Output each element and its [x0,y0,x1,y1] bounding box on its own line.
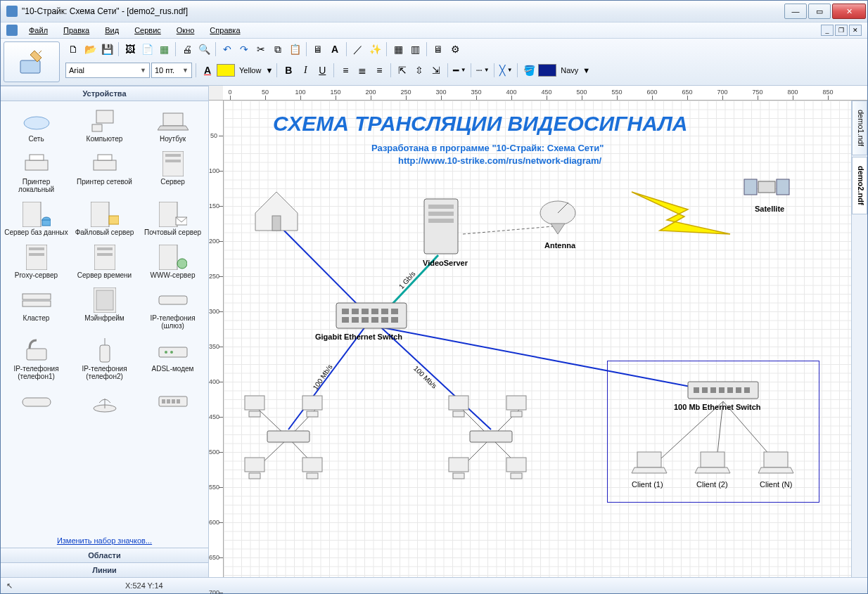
close-button[interactable]: ✕ [832,4,866,19]
print-button[interactable]: 🖨 [179,41,195,57]
device-phone2[interactable]: IP-телефония (телефон2) [70,335,139,386]
add-device-button[interactable]: 🖥 [310,41,326,57]
label-client-n[interactable]: Client (N) [760,480,792,489]
svg-rect-43 [162,399,165,403]
device-cloud[interactable]: Сеть [2,105,70,148]
export-image-button[interactable]: 🖼 [122,41,138,57]
valign-bot-button[interactable]: ⇲ [428,63,444,78]
change-iconset-link[interactable]: Изменить набор значков... [1,534,208,548]
align-right-button[interactable]: ≡ [371,63,387,78]
print-preview-button[interactable]: 🔍 [196,41,212,57]
svg-rect-105 [449,396,468,410]
valign-top-button[interactable]: ⇱ [395,63,410,78]
device-serverf[interactable]: Файловый сервер [70,199,139,242]
label-videoserver[interactable]: VideoServer [423,259,468,267]
align-tool-button[interactable]: ▥ [407,41,423,57]
canvas[interactable]: СХЕМА ТРАНСЛЯЦИИ ВИДЕОСИГНАЛА Разработан… [224,101,851,577]
svg-rect-66 [428,205,454,209]
line-style-button[interactable]: ┈▼ [475,63,490,78]
tab-demo2[interactable]: demo2.ndf [852,157,867,214]
svg-line-1 [39,51,42,53]
underline-button[interactable]: U [314,63,330,78]
label-antenna[interactable]: Antenna [544,241,575,250]
line-width-button[interactable]: ━▼ [452,63,467,78]
toolbar-area: 🗋 📂 💾 🖼 📄 ▦ 🖨 🔍 ↶ ↷ ✂ ⧉ 📋 🖥 A [1,39,867,86]
device-server[interactable]: Сервер времени [70,242,139,285]
paste-button[interactable]: 📋 [287,41,302,57]
align-center-button[interactable]: ≣ [355,63,370,78]
scan-wizard-button[interactable] [4,41,60,82]
italic-button[interactable]: I [298,63,313,78]
menu-view[interactable]: Вид [98,25,126,36]
device-wifi[interactable] [70,386,139,421]
device-phone[interactable]: IP-телефония (телефон1) [2,335,70,386]
label-100mb-switch[interactable]: 100 Mb Ethernet Switch [674,403,760,411]
mdi-close-button[interactable]: ✕ [849,25,862,36]
label-client-1[interactable]: Client (1) [632,480,663,489]
snap-button[interactable]: ▦ [390,41,406,57]
new-button[interactable]: 🗋 [65,41,81,57]
svg-rect-12 [165,160,181,162]
font-color-button[interactable]: A [200,63,215,78]
svg-rect-88 [470,431,512,442]
bold-button[interactable]: B [281,63,296,78]
menu-window[interactable]: Окно [170,25,202,36]
line-tool-button[interactable]: ／ [350,41,366,57]
menu-service[interactable]: Сервис [127,25,168,36]
copy-button[interactable]: ⧉ [270,41,286,57]
mdi-minimize-button[interactable]: _ [821,25,834,36]
valign-mid-button[interactable]: ⇳ [411,63,427,78]
devices-panel-header[interactable]: Устройства [1,86,208,101]
wand-button[interactable]: ✨ [367,41,383,57]
svg-rect-75 [342,309,349,314]
align-left-button[interactable]: ≡ [338,63,353,78]
device-server[interactable]: Сервер [139,148,207,199]
device-server[interactable]: Proxy-сервер [2,242,70,285]
settings-button[interactable]: ⚙ [447,41,463,57]
open-button[interactable]: 📂 [82,41,98,57]
device-router[interactable] [2,386,70,421]
tab-demo1[interactable]: demo1.ndf [852,101,867,155]
statusbar: ↖ X:524 Y:14 [1,577,867,593]
lines-panel-header[interactable]: Линии [1,562,208,577]
label-satellite[interactable]: Satellite [755,205,784,213]
device-serverm[interactable]: Почтовый сервер [139,199,207,242]
line-type-button[interactable]: ╳▼ [498,63,513,78]
cut-button[interactable]: ✂ [253,41,269,57]
device-switch[interactable] [139,386,207,421]
device-mainframe[interactable]: Мэйнфрейм [70,285,139,335]
add-text-button[interactable]: A [327,41,343,57]
svg-rect-32 [159,296,187,304]
device-ipgw[interactable]: IP-телефония (шлюз) [139,285,207,335]
svg-rect-5 [163,113,183,126]
save-button[interactable]: 💾 [99,41,115,57]
undo-button[interactable]: ↶ [219,41,235,57]
line-color-swatch[interactable] [538,64,556,77]
svg-point-37 [165,351,167,354]
device-printer[interactable]: Принтер сетевой [70,148,139,199]
minimize-button[interactable]: — [784,4,807,19]
device-pc[interactable]: Компьютер [70,105,139,148]
menu-help[interactable]: Справка [203,25,247,36]
export-xml-button[interactable]: 📄 [139,41,155,57]
fill-color-swatch[interactable] [217,64,235,77]
font-name-combo[interactable]: Arial▼ [65,63,150,78]
menu-file[interactable]: Файл [22,25,55,36]
paint-button[interactable]: 🪣 [521,63,537,78]
maximize-button[interactable]: ▭ [808,4,831,19]
device-serverw[interactable]: WWW-сервер [139,242,207,285]
device-modem[interactable]: ADSL-модем [139,335,207,386]
export-visio-button[interactable]: ▦ [156,41,172,57]
device-serverdb[interactable]: Сервер баз данных [2,199,70,242]
label-client-2[interactable]: Client (2) [696,480,728,489]
menu-edit[interactable]: Правка [56,25,96,36]
label-gigabit-switch[interactable]: Gigabit Ethernet Switch [315,332,402,341]
inventory-button[interactable]: 🖥 [430,41,446,57]
regions-panel-header[interactable]: Области [1,548,208,562]
device-printer[interactable]: Принтер локальный [2,148,70,199]
device-laptop[interactable]: Ноутбук [139,105,207,148]
redo-button[interactable]: ↷ [236,41,252,57]
font-size-combo[interactable]: 10 пт.▼ [151,63,192,78]
device-cluster[interactable]: Кластер [2,285,70,335]
mdi-restore-button[interactable]: ❐ [835,25,848,36]
